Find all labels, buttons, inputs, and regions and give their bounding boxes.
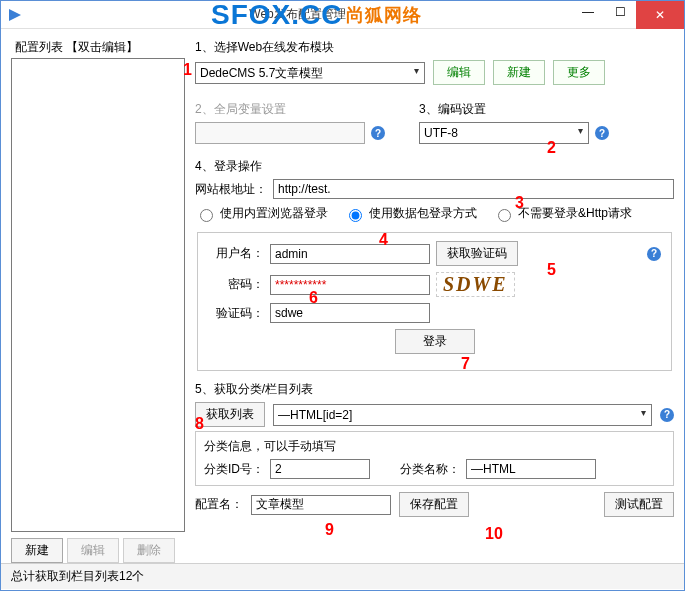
help-icon[interactable]: ? [371,126,385,140]
category-info-label: 分类信息，可以手动填写 [204,438,665,455]
help-icon[interactable]: ? [595,126,609,140]
delete-config-button[interactable]: 删除 [123,538,175,563]
config-name-label: 配置名： [195,496,243,513]
module-edit-button[interactable]: 编辑 [433,60,485,85]
test-config-button[interactable]: 测试配置 [604,492,674,517]
password-label: 密码： [208,276,264,293]
section1-title: 1、选择Web在线发布模块 [195,39,674,56]
category-info-box: 分类信息，可以手动填写 分类ID号： 分类名称： [195,431,674,486]
close-button[interactable]: ✕ [636,1,684,29]
app-icon [7,7,23,23]
window-controls: — ☐ ✕ [572,1,684,28]
config-list-label: 配置列表 【双击编辑】 [11,39,185,56]
status-bar: 总计获取到栏目列表12个 [1,563,684,589]
annotation-9: 9 [325,521,334,539]
module-more-button[interactable]: 更多 [553,60,605,85]
username-input[interactable] [270,244,430,264]
app-window: Web发布配置管理 — ☐ ✕ SFOX.CC 尚狐网络 配置列表 【双击编辑】… [0,0,685,591]
right-panel: 1 2 3 4 5 6 7 8 9 10 1、选择Web在线发布模块 DedeC… [195,39,674,563]
config-list[interactable] [11,58,185,532]
captcha-label: 验证码： [208,305,264,322]
login-mode-browser[interactable]: 使用内置浏览器登录 [195,205,328,222]
titlebar: Web发布配置管理 — ☐ ✕ [1,1,684,29]
save-config-button[interactable]: 保存配置 [399,492,469,517]
category-id-label: 分类ID号： [204,461,264,478]
root-url-label: 网站根地址： [195,181,267,198]
section2-title: 2、全局变量设置 [195,101,395,118]
login-fieldset: 用户名： 获取验证码 ? 密码： SDWE 验证码： [197,232,672,371]
status-text: 总计获取到栏目列表12个 [11,568,144,585]
annotation-10: 10 [485,525,503,543]
get-list-button[interactable]: 获取列表 [195,402,265,427]
section4-title: 4、登录操作 [195,158,674,175]
root-url-input[interactable] [273,179,674,199]
minimize-button[interactable]: — [572,1,604,23]
maximize-button[interactable]: ☐ [604,1,636,23]
login-button[interactable]: 登录 [395,329,475,354]
section3-title: 3、编码设置 [419,101,674,118]
get-captcha-button[interactable]: 获取验证码 [436,241,518,266]
module-select[interactable]: DedeCMS 5.7文章模型 [195,62,425,84]
category-name-label: 分类名称： [400,461,460,478]
left-panel: 配置列表 【双击编辑】 新建 编辑 删除 [11,39,185,563]
module-new-button[interactable]: 新建 [493,60,545,85]
window-title: Web发布配置管理 [23,6,572,23]
help-icon[interactable]: ? [647,247,661,261]
edit-config-button[interactable]: 编辑 [67,538,119,563]
help-icon[interactable]: ? [660,408,674,422]
login-mode-packet[interactable]: 使用数据包登录方式 [344,205,477,222]
encoding-select[interactable]: UTF-8 [419,122,589,144]
password-input[interactable] [270,275,430,295]
captcha-input[interactable] [270,303,430,323]
captcha-image: SDWE [436,272,515,297]
login-mode-none[interactable]: 不需要登录&Http请求 [493,205,632,222]
global-var-field [195,122,365,144]
username-label: 用户名： [208,245,264,262]
new-config-button[interactable]: 新建 [11,538,63,563]
config-name-input[interactable] [251,495,391,515]
category-select[interactable]: —HTML[id=2] [273,404,652,426]
section5-title: 5、获取分类/栏目列表 [195,381,674,398]
category-name-input[interactable] [466,459,596,479]
category-id-input[interactable] [270,459,370,479]
